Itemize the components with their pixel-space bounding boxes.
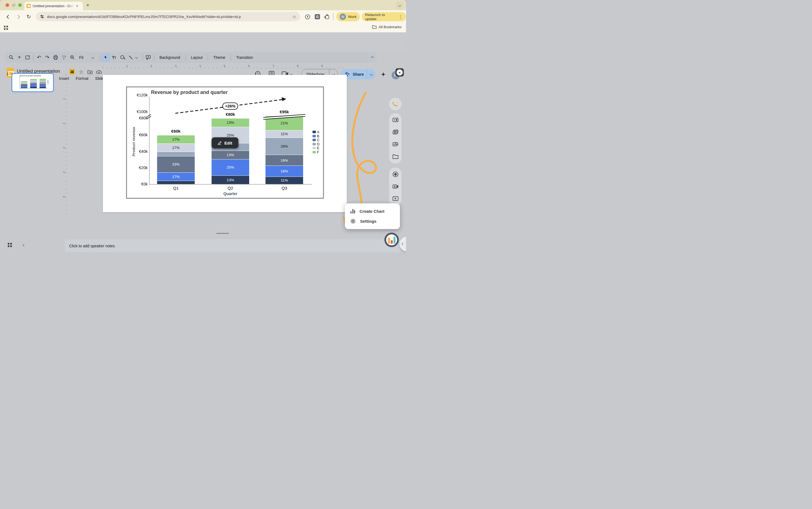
profile-chip[interactable]: W Work — [336, 12, 360, 21]
back-icon[interactable] — [5, 14, 10, 19]
forward-icon[interactable] — [16, 14, 21, 19]
insert-comment-icon[interactable] — [144, 53, 153, 62]
category-label: Q3 — [266, 186, 303, 191]
extensions-puzzle-icon[interactable] — [324, 14, 330, 20]
chart-extension-badge-icon[interactable] — [69, 69, 75, 75]
ruler-tick — [290, 67, 290, 69]
zoom-select[interactable]: Fit — [76, 55, 85, 60]
close-overlay-icon[interactable]: × — [397, 69, 403, 75]
line-tool-icon[interactable] — [127, 53, 135, 62]
ruler-tick — [237, 67, 237, 69]
zoom-window-button[interactable] — [18, 3, 22, 7]
menu-item-create-chart[interactable]: Create Chart — [345, 206, 400, 216]
thumb-axis — [19, 88, 48, 89]
menu-insert[interactable]: Insert — [56, 75, 72, 81]
bar-segment-c-q3: 16% — [266, 155, 303, 166]
camera-person-icon[interactable] — [392, 183, 399, 190]
edit-chart-button[interactable]: Edit — [212, 137, 239, 148]
present-play-icon[interactable] — [392, 195, 399, 202]
paint-format-icon[interactable] — [60, 53, 68, 62]
bar-segment-c-q1: 33% — [157, 156, 195, 172]
gemini-spark-icon[interactable] — [381, 72, 385, 76]
ruler-tick — [66, 189, 67, 189]
resize-handle[interactable] — [216, 233, 229, 234]
cloud-status-icon[interactable] — [96, 70, 102, 74]
ruler-number: 1 — [126, 64, 127, 67]
screenshot-camera-icon[interactable] — [392, 129, 399, 135]
record-icon[interactable] — [392, 171, 399, 178]
ruler-tick — [66, 91, 67, 92]
password-manager-icon[interactable] — [305, 14, 310, 20]
text-box-icon[interactable]: TT — [110, 53, 118, 62]
image-search-icon[interactable] — [392, 141, 399, 148]
move-folder-icon[interactable] — [87, 70, 93, 74]
bookmark-star-icon[interactable]: ☆ — [292, 14, 296, 19]
ruler-tick — [66, 169, 67, 169]
minimize-window-button[interactable] — [12, 3, 15, 7]
ruler-tick — [168, 67, 168, 69]
new-slide-layout-icon[interactable] — [24, 53, 32, 62]
search-icon[interactable] — [7, 53, 15, 62]
share-dropdown[interactable] — [367, 73, 375, 75]
star-document-icon[interactable]: ☆ — [79, 69, 84, 75]
all-bookmarks-button[interactable]: All Bookmarks — [372, 25, 402, 29]
close-window-button[interactable] — [5, 3, 9, 7]
extension-g-badge[interactable]: G — [315, 14, 320, 19]
legend-swatch — [313, 147, 316, 149]
ruler-tick — [180, 67, 180, 69]
menu-item-settings[interactable]: Settings — [345, 216, 400, 226]
toolbar-theme-button[interactable]: Theme — [209, 55, 229, 60]
banana-ai-icon[interactable] — [392, 101, 399, 107]
thumb-bar-segment — [30, 82, 36, 83]
new-slide-plus-icon[interactable]: + — [15, 53, 24, 62]
folder-rail-icon[interactable] — [392, 154, 399, 160]
bar-segment-c-q2: 13% — [212, 150, 249, 159]
speaker-notes[interactable]: Click to add speaker notes — [65, 239, 401, 252]
slide-thumbnail[interactable]: Revenue by product and quarter — [11, 73, 54, 92]
new-tab-button[interactable]: + — [86, 2, 89, 8]
chart-extension-logo[interactable] — [384, 233, 399, 247]
toolbar-layout-button[interactable]: Layout — [187, 55, 206, 60]
ruler-tick — [241, 67, 242, 69]
line-dropdown-icon[interactable] — [135, 56, 138, 59]
ruler-tick — [66, 79, 67, 79]
collapse-toolbar-icon[interactable] — [371, 56, 374, 59]
ruler-tick — [245, 67, 246, 69]
tab-close-icon[interactable]: × — [76, 4, 78, 8]
ruler-tick — [66, 132, 67, 132]
redo-icon[interactable]: ↷ — [43, 53, 52, 62]
profile-avatar: W — [340, 13, 346, 20]
relaunch-label: Relaunch to update — [365, 13, 396, 21]
shape-icon[interactable] — [118, 53, 127, 62]
menu-format[interactable]: Format — [72, 75, 92, 81]
extension-context-menu: Create Chart Settings — [345, 203, 400, 229]
toolbar-background-button[interactable]: Background — [156, 55, 184, 60]
ruler-tick — [66, 205, 67, 206]
relaunch-button[interactable]: Relaunch to update ⋮ — [362, 12, 406, 21]
zoom-dropdown-icon[interactable] — [91, 56, 94, 59]
reload-icon[interactable]: ↻ — [27, 13, 31, 20]
overlay-close-container[interactable]: × — [396, 68, 404, 76]
slide-number: 1 — [7, 72, 9, 76]
zoom-icon[interactable] — [68, 53, 76, 62]
undo-icon[interactable]: ↶ — [35, 53, 43, 62]
ruler-tick — [253, 67, 254, 69]
thumb-bar-segment — [21, 82, 27, 83]
browser-tab[interactable]: Untitled presentation - Googl × — [24, 2, 83, 10]
collapse-filmstrip-icon[interactable] — [23, 244, 26, 247]
apps-grid-icon[interactable] — [4, 26, 8, 30]
print-icon[interactable] — [52, 53, 60, 62]
toolbar-transition-button[interactable]: Transition — [232, 55, 257, 60]
ruler-tick — [221, 67, 221, 69]
grid-view-icon[interactable] — [8, 243, 12, 247]
ruler-tick — [156, 67, 156, 69]
ruler-tick — [66, 161, 67, 161]
select-tool-icon[interactable] — [102, 53, 110, 62]
tune-icon[interactable] — [40, 14, 44, 19]
edit-label: Edit — [224, 141, 232, 145]
cards-icon[interactable] — [392, 116, 399, 123]
ruler-tick — [66, 144, 67, 144]
tab-search-button[interactable] — [396, 2, 403, 9]
kebab-menu-icon[interactable]: ⋮ — [399, 14, 403, 19]
url-bar[interactable]: docs.google.com/presentation/d/1b5f7OB8t… — [36, 12, 300, 21]
